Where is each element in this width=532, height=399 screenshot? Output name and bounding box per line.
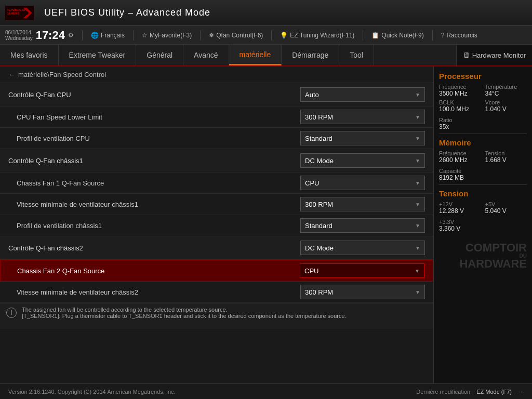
temp-col: Température 34°C bbox=[485, 84, 527, 97]
dropdown-arrow-0: ▼ bbox=[415, 92, 420, 98]
myfavorite-label: MyFavorite(F3) bbox=[150, 32, 192, 39]
right-sidebar: Processeur Fréquence 3500 MHz Températur… bbox=[433, 66, 532, 383]
divider-m-t bbox=[439, 184, 527, 185]
chassis1-source-dropdown[interactable]: CPU ▼ bbox=[300, 176, 425, 190]
profil-chassis1-dropdown[interactable]: Standard ▼ bbox=[300, 218, 425, 233]
v33-row: +3.3V 3.360 V bbox=[439, 219, 527, 232]
profil-cpu-dropdown[interactable]: Standard ▼ bbox=[300, 131, 425, 145]
vcore-col: Vcore 1.040 V bbox=[485, 99, 527, 113]
breadcrumb: ← matérielle\Fan Speed Control bbox=[0, 66, 433, 83]
breadcrumb-text: matérielle\Fan Speed Control bbox=[18, 71, 106, 78]
setting-vitesse-chassis2: Vitesse minimale de ventilateur châssis2… bbox=[0, 282, 433, 303]
v12-label: +12V bbox=[439, 201, 481, 207]
divider-p-m bbox=[439, 134, 527, 134]
ratio-label: Ratio bbox=[439, 117, 527, 123]
quicknote-label: Quick Note(F9) bbox=[381, 32, 423, 39]
svg-text:REPUBLIC OF: REPUBLIC OF bbox=[7, 8, 26, 11]
controle-cpu-dropdown[interactable]: Auto ▼ bbox=[300, 87, 425, 102]
settings-list: Contrôle Q-Fan CPU Auto ▼ CPU Fan Speed … bbox=[0, 83, 433, 303]
setting-controle-chassis2: Contrôle Q-Fan châssis2 DC Mode ▼ bbox=[0, 236, 433, 260]
fan-icon: ❄ bbox=[209, 32, 214, 39]
datetime-date-day: 06/18/2014 Wednesday bbox=[5, 30, 33, 41]
vitesse-chassis1-label: Vitesse minimale de ventilateur châssis1 bbox=[17, 201, 300, 208]
vcore-label: Vcore bbox=[485, 99, 527, 105]
vitesse-chassis2-label: Vitesse minimale de ventilateur châssis2 bbox=[17, 288, 300, 296]
profil-cpu-value: Standard bbox=[305, 135, 332, 142]
back-icon[interactable]: ← bbox=[8, 71, 15, 78]
qfan-button[interactable]: ❄ Qfan Control(F6) bbox=[209, 32, 263, 39]
vitesse-chassis1-value: 300 RPM bbox=[305, 201, 333, 208]
memoire-title: Mémoire bbox=[439, 138, 527, 147]
info-line1: The assigned fan will be controlled acco… bbox=[22, 307, 347, 313]
sidebar-title: Hardware Monitor bbox=[472, 51, 526, 59]
vitesse-chassis2-dropdown[interactable]: 300 RPM ▼ bbox=[300, 285, 425, 299]
nav-tabs: Mes favoris Extreme Tweaker Général Avan… bbox=[0, 45, 532, 66]
tab-tweaker[interactable]: Extreme Tweaker bbox=[59, 45, 137, 65]
vitesse-chassis1-dropdown[interactable]: 300 RPM ▼ bbox=[300, 197, 425, 211]
divider4 bbox=[271, 30, 272, 41]
controle-chassis1-dropdown[interactable]: DC Mode ▼ bbox=[300, 153, 425, 168]
v5-col: +5V 5.040 V bbox=[485, 201, 527, 215]
eztuning-button[interactable]: 💡 EZ Tuning Wizard(F11) bbox=[280, 32, 354, 39]
tab-demarrage[interactable]: Démarrage bbox=[282, 45, 339, 65]
tab-materielle-label: matérielle bbox=[240, 50, 271, 59]
ratio-value: 35x bbox=[439, 123, 527, 130]
tab-favoris[interactable]: Mes favoris bbox=[0, 45, 59, 65]
quicknote-button[interactable]: 📋 Quick Note(F9) bbox=[371, 32, 423, 39]
language-selector[interactable]: 🌐 Français bbox=[91, 32, 125, 39]
temperature-value: 34°C bbox=[485, 90, 527, 97]
chassis2-source-dropdown[interactable]: CPU ▼ bbox=[300, 263, 424, 278]
divider6 bbox=[432, 30, 433, 41]
watermark: COMPTOIR du HARDWARE bbox=[439, 243, 527, 269]
dropdown-arrow-4: ▼ bbox=[415, 180, 420, 186]
ezmode-button[interactable]: EZ Mode (F7) bbox=[476, 389, 512, 395]
svg-text:GAMERS: GAMERS bbox=[7, 11, 19, 15]
ratio-row: Ratio 35x bbox=[439, 117, 527, 130]
v5-label: +5V bbox=[485, 201, 527, 207]
left-content: ← matérielle\Fan Speed Control Contrôle … bbox=[0, 66, 433, 383]
eztuning-label: EZ Tuning Wizard(F11) bbox=[290, 32, 354, 39]
v33-label: +3.3V bbox=[439, 219, 527, 225]
controle-chassis2-dropdown[interactable]: DC Mode ▼ bbox=[300, 241, 425, 255]
derniere-label: Dernière modification bbox=[416, 389, 470, 395]
tab-avance[interactable]: Avancé bbox=[183, 45, 229, 65]
datetime-time: 17:24 bbox=[36, 29, 65, 42]
controle-chassis1-label: Contrôle Q-Fan châssis1 bbox=[8, 157, 300, 165]
language-label: Français bbox=[101, 32, 125, 39]
tab-general-label: Général bbox=[147, 51, 172, 59]
watermark-hardware: HARDWARE bbox=[439, 259, 527, 269]
tab-tool[interactable]: Tool bbox=[339, 45, 374, 65]
tab-general[interactable]: Général bbox=[136, 45, 183, 65]
setting-profil-cpu: Profil de ventilation CPU Standard ▼ bbox=[0, 128, 433, 149]
dropdown-arrow-2: ▼ bbox=[415, 136, 420, 141]
rog-logo: REPUBLIC OF GAMERS bbox=[5, 5, 34, 21]
capacite-value: 8192 MB bbox=[439, 174, 527, 181]
tab-favoris-label: Mes favoris bbox=[10, 51, 48, 59]
note-icon: 📋 bbox=[371, 32, 379, 39]
status-bar: Version 2.16.1240. Copyright (C) 2014 Am… bbox=[0, 383, 532, 399]
profil-chassis1-label: Profil de ventilation châssis1 bbox=[17, 222, 300, 230]
help-icon: ? bbox=[441, 32, 445, 39]
myfavorite-button[interactable]: ☆ MyFavorite(F3) bbox=[142, 32, 192, 39]
settings-icon[interactable]: ⚙ bbox=[68, 32, 74, 39]
info-line2: [T_SENSOR1]: Plug a thermistor cable to … bbox=[22, 313, 347, 319]
dropdown-arrow-1: ▼ bbox=[415, 114, 420, 120]
memoire-label: Mémoire bbox=[439, 138, 471, 147]
dropdown-arrow-8: ▼ bbox=[415, 268, 420, 274]
divider5 bbox=[363, 30, 363, 41]
datetime-day: Wednesday bbox=[5, 35, 33, 41]
cpu-fan-lower-dropdown[interactable]: 300 RPM ▼ bbox=[300, 110, 425, 124]
tab-materielle[interactable]: matérielle bbox=[229, 45, 282, 65]
star-icon: ☆ bbox=[142, 32, 148, 39]
header: REPUBLIC OF GAMERS UEFI BIOS Utility – A… bbox=[0, 0, 532, 26]
processeur-label: Processeur bbox=[439, 72, 482, 81]
raccourcis-button[interactable]: ? Raccourcis bbox=[441, 32, 477, 39]
logo-area: REPUBLIC OF GAMERS bbox=[5, 5, 34, 21]
controle-cpu-value: Auto bbox=[305, 91, 319, 99]
cpu-fan-lower-label: CPU Fan Speed Lower Limit bbox=[17, 113, 300, 121]
tension-label: Tension bbox=[439, 189, 468, 198]
info-text: The assigned fan will be controlled acco… bbox=[22, 307, 347, 319]
frequence-label-p: Fréquence bbox=[439, 84, 481, 90]
setting-cpu-fan-lower: CPU Fan Speed Lower Limit 300 RPM ▼ bbox=[0, 107, 433, 128]
tension-value-m: 1.668 V bbox=[485, 156, 527, 164]
